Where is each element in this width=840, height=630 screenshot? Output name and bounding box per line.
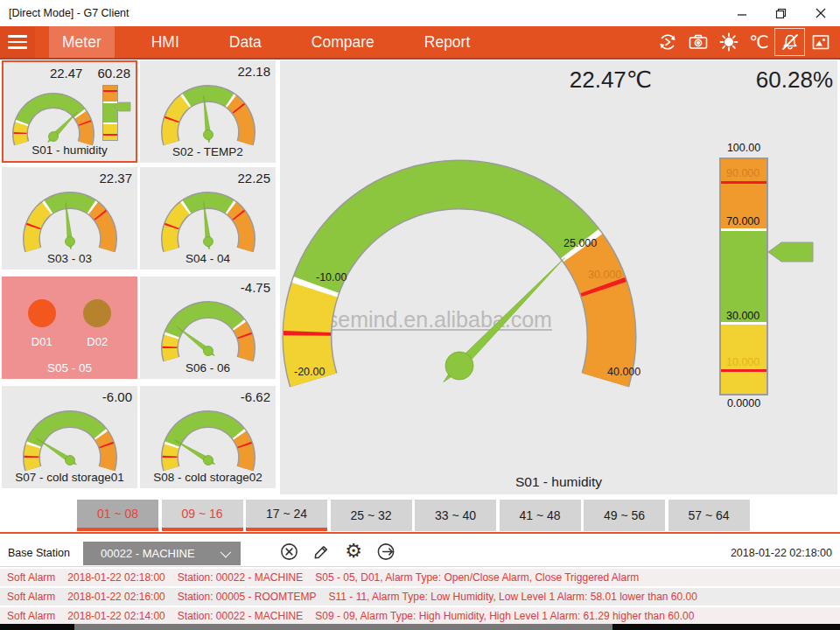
digital-indicator-d01 <box>28 299 56 327</box>
nav-tab-meter[interactable]: Meter <box>49 26 115 58</box>
alarm-time: 2018-01-22 02:18:00 <box>67 571 164 584</box>
alarm-time: 2018-01-22 02:16:00 <box>67 591 164 603</box>
alarm-type: Soft Alarm <box>7 610 55 622</box>
minimize-button[interactable] <box>722 0 761 26</box>
snapshot-icon[interactable] <box>805 28 836 56</box>
tile-label: S02 - TEMP2 <box>140 145 276 158</box>
alarm-station: Station: 00005 - ROOMTEMP <box>178 591 317 603</box>
edit-icon[interactable] <box>311 541 332 562</box>
gauge-high-label: 25.000 <box>564 237 597 249</box>
tile-values: 22.4760.28 <box>50 66 130 80</box>
tile-values: 22.25 <box>237 171 270 186</box>
gauge-max-label: 40.000 <box>607 366 640 378</box>
group-tab-57-64[interactable]: 57 ~ 64 <box>668 500 750 531</box>
tile-gauge <box>143 186 274 260</box>
settings-icon[interactable]: ⚙ <box>343 541 364 562</box>
tile-values: 22.37 <box>99 171 132 186</box>
sensor-tile-s06[interactable]: -4.75S06 - 06 <box>140 276 276 379</box>
cancel-icon[interactable] <box>278 541 299 562</box>
alarm-row[interactable]: Soft Alarm2018-01-22 02:16:00Station: 00… <box>0 588 840 606</box>
tile-label: S08 - cold storage02 <box>140 471 276 484</box>
digital-channels: D01D02 <box>2 299 137 348</box>
camera-icon[interactable] <box>682 28 713 56</box>
tile-label: S01 - humidity <box>4 144 136 157</box>
sensor-tile-s01[interactable]: 22.4760.28S01 - humidity <box>2 60 137 163</box>
tile-gauge <box>4 186 136 260</box>
alarm-detail: S05 - 05, D01, Alarm Type: Open/Close Al… <box>315 571 639 584</box>
base-station-label: Base Station <box>8 547 70 559</box>
bar-max-label: 100.00 <box>719 142 768 154</box>
nav-tab-hmi[interactable]: HMI <box>138 26 192 58</box>
alarm-station: Station: 00022 - MACHINE <box>178 610 303 622</box>
humidity-reading: 60.28% <box>739 66 833 94</box>
current-timestamp: 2018-01-22 02:18:00 <box>731 547 832 559</box>
sensor-tile-s07[interactable]: -6.00S07 - cold storage01 <box>2 386 137 488</box>
alarm-row[interactable]: Soft Alarm2018-01-22 02:14:00Station: 00… <box>0 607 840 625</box>
footer-toolbar: ⚙ <box>278 541 396 562</box>
close-button[interactable] <box>801 0 840 26</box>
group-tab-33-40[interactable]: 33 ~ 40 <box>415 500 496 531</box>
alarm-detail: S11 - 11, Alarm Type: Low Humidity, Low … <box>329 591 697 603</box>
tile-label: S07 - cold storage01 <box>2 471 137 484</box>
menu-button[interactable] <box>0 26 35 58</box>
alarm-mute-icon[interactable] <box>774 28 805 56</box>
tile-gauge <box>143 405 274 479</box>
celsius-icon[interactable]: ℃ <box>744 28 774 56</box>
tile-values: -6.00 <box>102 389 132 404</box>
brightness-icon[interactable] <box>713 28 744 56</box>
group-tab-41-48[interactable]: 41 ~ 48 <box>500 500 581 531</box>
tile-label: S03 - 03 <box>2 252 137 265</box>
tile-gauge <box>143 296 274 369</box>
tile-label: S06 - 06 <box>140 361 276 374</box>
temperature-reading: 22.47℃ <box>525 66 652 94</box>
tile-values: -6.62 <box>241 389 270 404</box>
footer-bar: Base Station 00022 - MACHINE ⚙ 2018-01-2… <box>0 534 840 567</box>
alarm-detail: S09 - 09, Alarm Type: High Humidity, Hig… <box>315 610 694 622</box>
export-icon[interactable] <box>375 541 396 562</box>
window-title: [Direct Mode] - G7 Client <box>9 7 130 19</box>
channel-label: D01 <box>32 335 52 348</box>
window-controls <box>722 0 840 26</box>
sensor-tile-s04[interactable]: 22.25S04 - 04 <box>140 167 276 270</box>
tile-gauge <box>143 80 274 153</box>
alarm-row[interactable]: Soft Alarm2018-01-22 02:18:00Station: 00… <box>0 569 840 586</box>
nav-tab-data[interactable]: Data <box>216 26 275 58</box>
nav-tabs: MeterHMIDataCompareReport <box>49 26 507 58</box>
sensor-tile-s02[interactable]: 22.18S02 - TEMP2 <box>140 60 276 163</box>
tile-mini-bar <box>102 83 132 143</box>
group-tab-09-16[interactable]: 09 ~ 16 <box>162 500 243 531</box>
sensor-tile-s03[interactable]: 22.37S03 - 03 <box>2 167 137 270</box>
g7-client-window: [Direct Mode] - G7 Client MeterHMIDataCo… <box>0 0 840 630</box>
base-station-value: 00022 - MACHINE <box>83 547 195 560</box>
group-tab-01-08[interactable]: 01 ~ 08 <box>77 500 158 531</box>
sync-icon[interactable] <box>652 28 682 56</box>
bar-low-label: 30.000 <box>726 310 760 322</box>
nav-tab-report[interactable]: Report <box>411 26 484 58</box>
bar-alarm-high-label: 90.000 <box>726 167 760 179</box>
group-tab-25-32[interactable]: 25 ~ 32 <box>331 500 412 531</box>
base-station-select[interactable]: 00022 - MACHINE <box>83 542 241 565</box>
tile-label: S04 - 04 <box>140 252 276 265</box>
humidity-bar-pointer <box>767 238 815 266</box>
channel-label: D02 <box>87 335 108 348</box>
group-tab-49-56[interactable]: 49 ~ 56 <box>584 500 665 531</box>
tile-label: S05 - 05 <box>2 361 137 374</box>
nav-toolbar: ℃ <box>652 27 836 57</box>
alarm-time: 2018-01-22 02:14:00 <box>67 610 164 622</box>
restore-button[interactable] <box>761 0 801 26</box>
selected-sensor-label: S01 - humidity <box>280 474 837 490</box>
titlebar: [Direct Mode] - G7 Client <box>0 0 840 26</box>
chevron-down-icon <box>220 547 232 558</box>
nav-tab-compare[interactable]: Compare <box>298 26 388 58</box>
alarm-station: Station: 00022 - MACHINE <box>178 571 303 584</box>
tile-values: 22.18 <box>237 64 270 79</box>
sensor-tile-s05[interactable]: D01D02S05 - 05 <box>2 276 137 379</box>
alarm-type: Soft Alarm <box>7 591 55 603</box>
window-bottom-edge <box>0 624 840 630</box>
nav-bar: MeterHMIDataCompareReport ℃ <box>0 26 840 60</box>
group-tab-17-24[interactable]: 17 ~ 24 <box>246 500 327 531</box>
bar-min-label: 0.0000 <box>719 397 768 410</box>
alarm-type: Soft Alarm <box>7 571 55 584</box>
bar-high-label: 70.000 <box>726 215 760 228</box>
sensor-tile-s08[interactable]: -6.62S08 - cold storage02 <box>140 386 276 488</box>
